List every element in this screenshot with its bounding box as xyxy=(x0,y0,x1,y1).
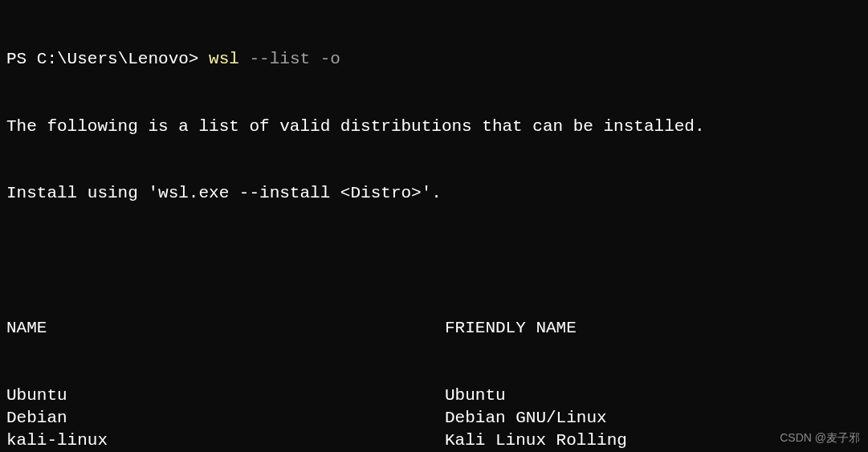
prompt-line-1: PS C:\Users\Lenovo> wsl --list -o xyxy=(6,48,862,71)
table-row: kali-linuxKali Linux Rolling xyxy=(6,430,862,452)
distro-friendly: Ubuntu xyxy=(445,385,862,407)
output-line-2: Install using 'wsl.exe --install <Distro… xyxy=(6,182,862,205)
blank-line xyxy=(6,250,862,272)
header-friendly: FRIENDLY NAME xyxy=(445,317,862,340)
distro-list: UbuntuUbuntuDebianDebian GNU/Linuxkali-l… xyxy=(6,385,862,452)
command-name: wsl xyxy=(209,48,239,71)
table-row: DebianDebian GNU/Linux xyxy=(6,407,862,430)
table-header: NAMEFRIENDLY NAME xyxy=(6,317,862,340)
watermark: CSDN @麦子邪 xyxy=(780,430,860,446)
output-line-1: The following is a list of valid distrib… xyxy=(6,116,862,138)
header-name: NAME xyxy=(6,317,445,340)
terminal-output[interactable]: PS C:\Users\Lenovo> wsl --list -o The fo… xyxy=(6,3,862,452)
prompt-gt: > xyxy=(189,48,209,71)
distro-friendly: Debian GNU/Linux xyxy=(445,407,862,430)
prompt-path: C:\Users\Lenovo xyxy=(37,48,189,71)
distro-name: kali-linux xyxy=(6,430,445,452)
distro-name: Debian xyxy=(6,407,445,430)
command-args: --list -o xyxy=(239,48,340,71)
distro-name: Ubuntu xyxy=(6,385,445,407)
table-row: UbuntuUbuntu xyxy=(6,385,862,407)
prompt-ps: PS xyxy=(6,48,37,71)
